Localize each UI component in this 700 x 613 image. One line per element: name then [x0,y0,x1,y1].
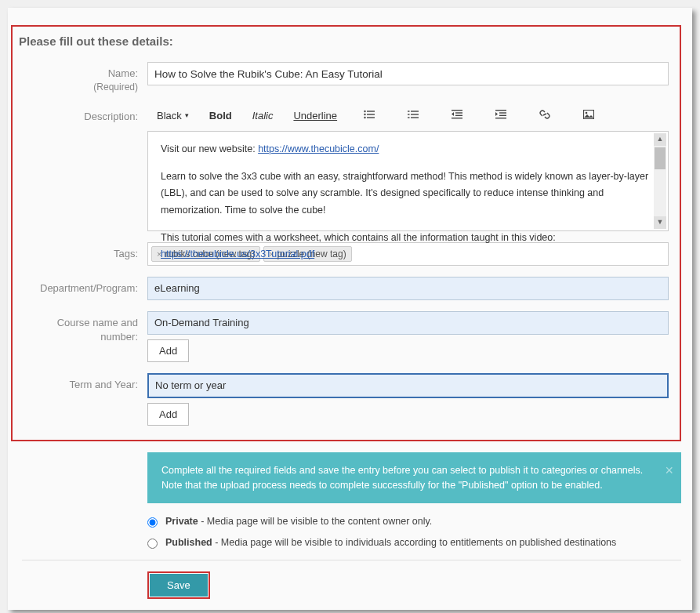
numbered-list-icon[interactable] [401,110,425,122]
svg-rect-7 [411,111,419,111]
svg-rect-10 [408,117,410,118]
svg-rect-8 [408,114,410,114]
italic-button[interactable]: Italic [252,110,274,122]
tutorial-pdf-link[interactable]: https://thecubicle.us/3x3Tutorial.pdf [161,248,314,259]
description-row: Description: Black ▾ Bold Italic Underli… [19,105,669,231]
desc-intro: Visit our new website: [161,143,258,154]
color-picker[interactable]: Black ▾ [157,110,189,122]
private-label-wrap: Private - Media page will be visible to … [165,516,432,527]
description-content[interactable]: Visit our new website: https://www.thecu… [154,138,662,277]
link-icon[interactable] [533,110,557,122]
department-label: Department/Program: [19,277,147,296]
section-title: Please fill out these details: [19,34,669,48]
desc-para2a: This tutorial comes with a worksheet, wh… [161,232,556,243]
website-link[interactable]: https://www.thecubicle.com/ [258,143,379,154]
private-radio[interactable] [147,517,158,528]
save-button[interactable]: Save [150,574,208,597]
add-course-button[interactable]: Add [147,339,189,362]
department-input[interactable] [147,277,669,300]
published-radio[interactable] [147,539,158,549]
required-label: (Required) [19,81,138,94]
description-label: Description: [19,105,147,124]
course-label: Course name and number: [19,311,147,344]
svg-rect-17 [499,112,506,113]
radio-private: Private - Media page will be visible to … [147,516,681,528]
radio-published: Published - Media page will be visible t… [147,537,681,549]
save-highlight: Save [147,571,210,599]
chevron-down-icon: ▾ [185,111,189,119]
details-section: Please fill out these details: Name: (Re… [11,25,681,441]
visibility-radio-group: Private - Media page will be visible to … [147,516,681,549]
editor-scrollbar[interactable]: ▲ ▼ [654,133,666,229]
term-input[interactable] [147,373,669,398]
private-label: Private [165,516,198,527]
scroll-up-icon[interactable]: ▲ [654,133,666,146]
name-label: Name: (Required) [19,62,147,94]
published-desc: - Media page will be visible to individu… [212,537,617,548]
svg-rect-18 [499,115,506,116]
svg-rect-19 [495,118,506,118]
divider [22,560,681,560]
svg-point-2 [364,114,365,115]
svg-rect-12 [452,110,462,111]
svg-point-21 [586,112,588,114]
description-field-wrap: Black ▾ Bold Italic Underline [147,105,669,231]
department-row: Department/Program: [19,277,669,300]
bullet-list-icon[interactable] [357,110,381,122]
image-icon[interactable] [577,110,600,122]
department-field-wrap [147,277,669,300]
svg-rect-13 [455,112,462,113]
info-banner-text: Complete all the required fields and sav… [161,465,643,491]
course-input[interactable] [147,311,669,335]
color-label: Black [157,110,182,122]
svg-rect-1 [367,111,375,111]
scroll-down-icon[interactable]: ▼ [654,216,666,229]
svg-rect-11 [411,117,419,118]
richtext-toolbar: Black ▾ Bold Italic Underline [147,105,669,126]
underline-button[interactable]: Underline [293,110,337,122]
name-row: Name: (Required) [19,62,669,94]
published-label: Published [165,537,212,548]
course-row: Course name and number: Add [19,311,669,362]
name-label-text: Name: [108,67,138,79]
desc-para1: Learn to solve the 3x3 cube with an easy… [161,169,655,219]
bold-button[interactable]: Bold [209,110,232,122]
svg-point-0 [364,111,365,112]
svg-rect-14 [455,115,462,116]
published-label-wrap: Published - Media page will be visible t… [165,537,616,548]
course-field-wrap: Add [147,311,669,362]
tags-label: Tags: [19,242,147,261]
outdent-icon[interactable] [445,110,469,122]
svg-rect-6 [408,111,410,111]
info-banner: Complete all the required fields and sav… [147,452,681,504]
add-term-button[interactable]: Add [147,403,189,426]
term-field-wrap: Add [147,373,669,426]
description-editor[interactable]: Visit our new website: https://www.thecu… [147,131,669,231]
svg-point-4 [364,117,365,118]
close-icon[interactable]: × [665,460,673,481]
form-container: Please fill out these details: Name: (Re… [8,8,692,610]
svg-rect-16 [495,110,506,111]
svg-rect-5 [367,117,375,118]
private-desc: - Media page will be visible to the cont… [198,516,433,527]
term-row: Term and Year: Add [19,373,669,426]
name-field-wrap [147,62,669,85]
indent-icon[interactable] [489,110,513,122]
svg-rect-9 [411,114,419,114]
svg-rect-3 [367,114,375,114]
term-label: Term and Year: [19,373,147,392]
svg-rect-15 [452,118,462,118]
scrollbar-thumb[interactable] [655,147,666,169]
name-input[interactable] [147,62,669,85]
